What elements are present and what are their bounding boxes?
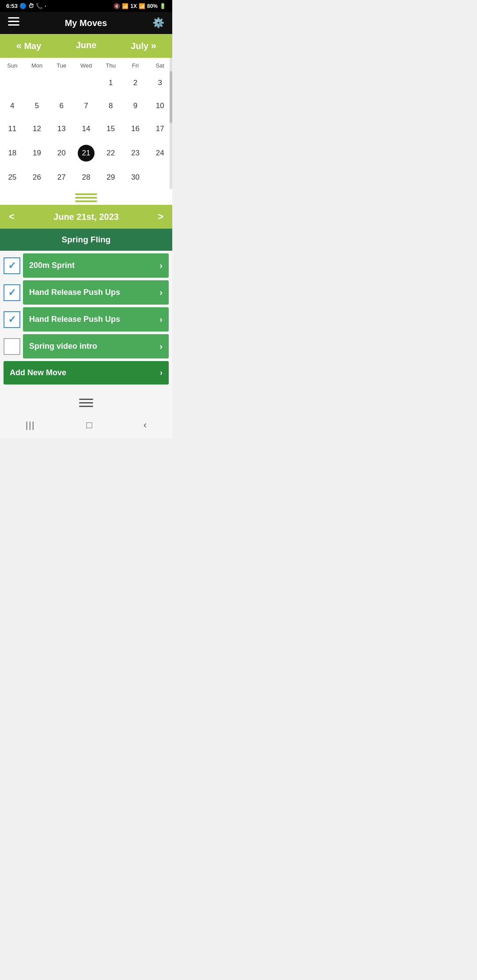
cal-day-label[interactable]: 1 bbox=[109, 74, 113, 92]
system-nav: ||| □ ‹ bbox=[0, 414, 172, 439]
calendar-day-22[interactable]: 22 bbox=[98, 140, 123, 166]
scrollbar-track[interactable] bbox=[170, 58, 172, 189]
calendar-day-21[interactable]: 21 bbox=[74, 140, 98, 166]
calendar-day-23[interactable]: 23 bbox=[123, 140, 148, 166]
calendar-day-13[interactable]: 13 bbox=[49, 117, 74, 140]
workout-label-1: 200m Sprint bbox=[29, 261, 75, 270]
home-btn[interactable]: □ bbox=[86, 419, 92, 431]
cal-day-label[interactable]: 15 bbox=[106, 120, 115, 138]
wifi-icon: 📶 bbox=[122, 3, 129, 9]
cal-day-label[interactable]: 30 bbox=[131, 169, 140, 186]
drag-handle[interactable] bbox=[0, 189, 172, 205]
cal-day-label[interactable]: 3 bbox=[158, 74, 162, 92]
scrollbar-thumb[interactable] bbox=[170, 71, 172, 124]
cal-day-label[interactable]: 6 bbox=[60, 97, 64, 115]
calendar-day-12[interactable]: 12 bbox=[25, 117, 49, 140]
battery-label: 80% bbox=[147, 3, 158, 9]
calendar-day-9[interactable]: 9 bbox=[123, 94, 148, 117]
day-headers: Sun Mon Tue Wed Thu Fri Sat bbox=[0, 58, 172, 72]
cal-day-label[interactable]: 20 bbox=[57, 144, 66, 162]
prev-month-btn[interactable]: « May bbox=[0, 34, 57, 58]
cal-day-label[interactable]: 12 bbox=[33, 120, 41, 138]
calendar-day-2[interactable]: 2 bbox=[123, 72, 148, 94]
cal-day-label[interactable]: 26 bbox=[33, 169, 41, 186]
add-new-move-btn[interactable]: Add New Move › bbox=[4, 361, 169, 384]
bottom-hamburger[interactable] bbox=[0, 392, 172, 414]
cal-day-label[interactable]: 13 bbox=[57, 120, 66, 138]
back-btn[interactable]: ‹ bbox=[144, 419, 147, 431]
month-nav: « May June July » bbox=[0, 34, 172, 58]
cal-day-label[interactable]: 22 bbox=[106, 144, 115, 162]
calendar-day-15[interactable]: 15 bbox=[98, 117, 123, 140]
cal-day-label[interactable]: 24 bbox=[156, 144, 164, 162]
settings-icon[interactable]: ⚙️ bbox=[152, 17, 164, 29]
cal-day-label[interactable]: 17 bbox=[156, 120, 164, 138]
signal-icon: 📶 bbox=[139, 3, 145, 9]
cal-day-label[interactable]: 9 bbox=[133, 97, 137, 115]
workout-chevron-icon-3: › bbox=[159, 314, 163, 324]
h-line-1 bbox=[79, 399, 93, 400]
cal-day-label[interactable]: 19 bbox=[33, 144, 41, 162]
calendar-day-20[interactable]: 20 bbox=[49, 140, 74, 166]
workout-btn-4[interactable]: Spring video intro› bbox=[23, 334, 169, 358]
cal-day-label[interactable]: 21 bbox=[78, 145, 95, 162]
calendar-day-27[interactable]: 27 bbox=[49, 166, 74, 189]
calendar-day-29[interactable]: 29 bbox=[98, 166, 123, 189]
cal-day-label[interactable]: 25 bbox=[8, 169, 16, 186]
calendar-day-5[interactable]: 5 bbox=[25, 94, 49, 117]
location-icon: 🔵 bbox=[19, 3, 26, 9]
calendar-day-28[interactable]: 28 bbox=[74, 166, 98, 189]
calendar-day-7[interactable]: 7 bbox=[74, 94, 98, 117]
calendar-day-4[interactable]: 4 bbox=[0, 94, 25, 117]
menu-icon[interactable] bbox=[8, 17, 19, 29]
calendar-day-26[interactable]: 26 bbox=[25, 166, 49, 189]
checkbox-1[interactable]: ✓ bbox=[4, 257, 20, 274]
calendar-day-8[interactable]: 8 bbox=[98, 94, 123, 117]
cal-day-label[interactable]: 27 bbox=[57, 169, 66, 186]
next-arrow: » bbox=[151, 40, 156, 51]
workout-btn-2[interactable]: Hand Release Push Ups› bbox=[23, 280, 169, 305]
calendar-day-30[interactable]: 30 bbox=[123, 166, 148, 189]
page-title: My Moves bbox=[65, 18, 107, 28]
cal-day-label[interactable]: 11 bbox=[8, 120, 16, 138]
next-month-btn[interactable]: July » bbox=[115, 34, 172, 58]
workout-btn-3[interactable]: Hand Release Push Ups› bbox=[23, 307, 169, 332]
cal-day-label[interactable]: 28 bbox=[82, 169, 91, 186]
cal-day-label[interactable]: 7 bbox=[84, 97, 88, 115]
hamburger-menu-btn[interactable] bbox=[79, 399, 93, 407]
cal-day-label[interactable]: 8 bbox=[109, 97, 113, 115]
cal-day-label[interactable]: 5 bbox=[35, 97, 39, 115]
calendar-day-14[interactable]: 14 bbox=[74, 117, 98, 140]
cal-day-label[interactable]: 14 bbox=[82, 120, 91, 138]
calendar-day-1[interactable]: 1 bbox=[98, 72, 123, 94]
calendar-day-18[interactable]: 18 bbox=[0, 140, 25, 166]
calendar-day-6[interactable]: 6 bbox=[49, 94, 74, 117]
status-right: 🔇 📶 1X 📶 80% 🔋 bbox=[114, 3, 166, 9]
calendar-day-16[interactable]: 16 bbox=[123, 117, 148, 140]
cal-day-label[interactable]: 10 bbox=[156, 97, 164, 115]
checkbox-2[interactable]: ✓ bbox=[4, 284, 20, 301]
checkbox-3[interactable]: ✓ bbox=[4, 311, 20, 328]
next-month-label: July bbox=[131, 41, 148, 51]
day-tue: Tue bbox=[49, 60, 74, 71]
calendar-day-19[interactable]: 19 bbox=[25, 140, 49, 166]
calendar-day-3[interactable]: 3 bbox=[148, 72, 172, 94]
workout-items-container: ✓200m Sprint›✓Hand Release Push Ups›✓Han… bbox=[0, 253, 172, 358]
calendar-day-17[interactable]: 17 bbox=[148, 117, 172, 140]
checkbox-4[interactable] bbox=[4, 338, 20, 355]
cal-day-label[interactable]: 2 bbox=[133, 74, 137, 92]
workout-btn-1[interactable]: 200m Sprint› bbox=[23, 253, 169, 278]
calendar-day-24[interactable]: 24 bbox=[148, 140, 172, 166]
recents-btn[interactable]: ||| bbox=[26, 420, 35, 430]
prev-date-btn[interactable]: < bbox=[9, 211, 15, 222]
cal-day-label[interactable]: 18 bbox=[8, 144, 16, 162]
calendar-day-25[interactable]: 25 bbox=[0, 166, 25, 189]
cal-day-label[interactable]: 29 bbox=[106, 169, 115, 186]
calendar-day-10[interactable]: 10 bbox=[148, 94, 172, 117]
timer-icon: ⏱ bbox=[28, 3, 34, 9]
next-date-btn[interactable]: > bbox=[158, 211, 163, 222]
calendar-day-11[interactable]: 11 bbox=[0, 117, 25, 140]
cal-day-label[interactable]: 16 bbox=[131, 120, 140, 138]
cal-day-label[interactable]: 23 bbox=[131, 144, 140, 162]
cal-day-label[interactable]: 4 bbox=[10, 97, 14, 115]
